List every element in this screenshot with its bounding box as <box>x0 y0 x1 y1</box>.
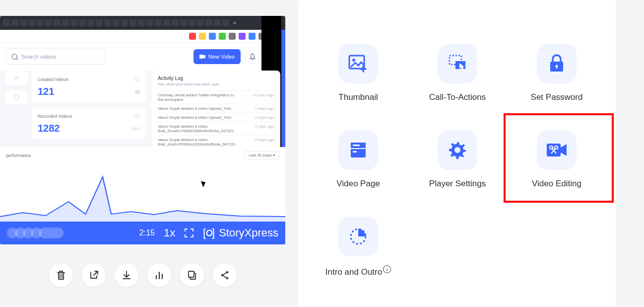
option-label: Video Editing <box>532 179 581 189</box>
options-panel: Thumbnail Call-To-Actions <box>298 0 616 307</box>
video-speed[interactable]: 1x <box>164 227 175 239</box>
video-frame: + Search videos New Video <box>0 16 285 222</box>
browser-toolbar <box>0 30 285 43</box>
copy-button[interactable] <box>180 263 204 287</box>
option-label: Intro and Outroi <box>325 265 391 277</box>
delete-button[interactable] <box>49 263 73 287</box>
svg-rect-18 <box>351 148 366 149</box>
option-video-editing[interactable]: Video Editing <box>515 130 599 189</box>
option-player-settings[interactable]: Player Settings <box>415 130 500 189</box>
log-row: Varun Goyal deleted a video final_shoEx7… <box>158 135 274 149</box>
range-dropdown: Last 30 Days ▾ <box>244 151 279 159</box>
option-label: Player Settings <box>429 179 486 189</box>
intro-outro-icon <box>348 227 368 246</box>
option-label: Video Page <box>336 179 380 189</box>
log-row: Varun Goyal deleted a video Upload_Trim2… <box>158 113 274 122</box>
new-video-button: New Video <box>193 49 241 64</box>
fullscreen-icon[interactable] <box>184 228 194 238</box>
svg-rect-0 <box>199 55 203 59</box>
stat-value: 121 <box>38 86 54 97</box>
svg-point-10 <box>352 59 355 62</box>
reaction-pills[interactable] <box>7 228 61 238</box>
download-button[interactable] <box>115 263 138 287</box>
stat-label: Created Videos <box>38 77 68 82</box>
option-thumbnail[interactable]: Thumbnail <box>316 44 400 102</box>
option-label: Thumbnail <box>338 92 378 102</box>
page-icon <box>349 141 368 159</box>
gear-icon <box>448 140 467 160</box>
stat-card-created: Created Videosⓘ 121 ▥ <box>32 71 146 102</box>
record-icon: [rec] <box>132 126 140 131</box>
svg-rect-19 <box>353 145 360 146</box>
log-row: Varun Goyal deleted a video Upload_Trim1… <box>158 104 274 113</box>
notification-icon <box>246 50 259 64</box>
analytics-button[interactable] <box>147 263 171 287</box>
info-icon[interactable]: i <box>383 265 391 273</box>
option-label: Set Password <box>531 92 583 102</box>
option-label: Call-To-Actions <box>429 92 486 102</box>
search-icon <box>11 54 17 60</box>
log-row: Chinmay Jindal added Twitter integration… <box>158 90 274 104</box>
video-preview[interactable]: + Search videos New Video <box>0 16 285 244</box>
activity-title: Activity Log <box>158 76 274 81</box>
brand-label: StoryXpress <box>219 227 278 239</box>
image-plus-icon <box>348 55 368 73</box>
lock-icon <box>547 54 567 74</box>
performance-chart: performance Last 30 Days ▾ <box>0 147 285 222</box>
browser-tab-strip: + <box>0 16 285 30</box>
svg-text:[: [ <box>203 227 206 239</box>
video-edit-icon <box>546 142 568 158</box>
option-cta[interactable]: Call-To-Actions <box>415 44 500 102</box>
info-icon: ⓘ <box>134 76 140 83</box>
side-metric-tile: ▭ <box>5 71 28 85</box>
svg-rect-5 <box>189 271 194 277</box>
video-player-bar[interactable]: 2:15 1x [] StoryXpress <box>0 222 285 244</box>
cta-icon <box>448 54 467 73</box>
svg-rect-20 <box>353 151 357 153</box>
info-icon: ⓘ <box>134 112 140 120</box>
search-input: Search videos <box>6 49 105 65</box>
activity-subtitle: See what your team has been upto <box>158 82 274 86</box>
bar-chart-icon: ▥ <box>135 88 140 95</box>
option-password[interactable]: Set Password <box>515 44 599 102</box>
stat-label: Recorded Videos <box>38 114 72 119</box>
new-tab-icon: + <box>233 19 237 27</box>
svg-point-21 <box>454 147 460 153</box>
svg-text:]: ] <box>212 227 215 239</box>
option-video-page[interactable]: Video Page <box>316 130 400 189</box>
svg-rect-15 <box>556 66 557 69</box>
log-row: Varun Goyal deleted a video final_ShoeEx… <box>158 122 274 135</box>
option-intro-outro[interactable]: Intro and Outroi <box>316 217 400 277</box>
stat-card-recorded: Recorded Videosⓘ 1282 [rec] <box>32 107 146 139</box>
chart-title: performance <box>6 153 31 158</box>
video-action-row <box>0 263 285 287</box>
share-button[interactable] <box>213 263 237 287</box>
cursor-icon <box>202 180 208 188</box>
stat-value: 1282 <box>38 123 60 134</box>
recorded-app-topbar: Search videos New Video <box>0 43 285 71</box>
side-metric-tile: ◯ <box>5 90 28 104</box>
open-external-button[interactable] <box>82 263 106 287</box>
new-video-label: New Video <box>208 54 235 60</box>
video-time: 2:15 <box>139 229 155 237</box>
search-placeholder: Search videos <box>21 54 56 60</box>
storyxpress-logo: [] StoryXpress <box>203 227 278 239</box>
svg-point-2 <box>207 230 212 236</box>
